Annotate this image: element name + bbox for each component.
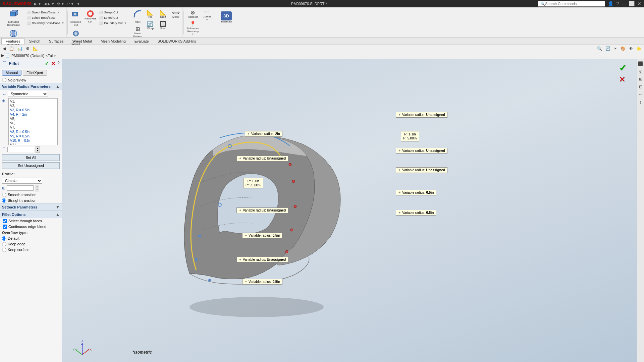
search-input[interactable]: [545, 2, 599, 6]
straight-transition-radio[interactable]: [2, 198, 6, 203]
curves-btn[interactable]: 〰 Curves ▼: [201, 9, 213, 22]
symmetric-dropdown[interactable]: Symmetric: [8, 91, 48, 97]
vertex-V11[interactable]: V11,: [9, 143, 57, 145]
callout-c4[interactable]: ✦ Variable radius: Unassigned: [236, 207, 288, 213]
user-icon[interactable]: 👤: [608, 1, 613, 6]
vertex-V3[interactable]: V3, R = 0.5in: [9, 108, 57, 112]
callout-c2[interactable]: ✦ Variable radius: Unassigned: [236, 156, 288, 161]
extruded-cut-btn[interactable]: ExtrudedCut: [69, 9, 83, 27]
revolved-cut-btn[interactable]: ⭕ RevolvedCut: [83, 9, 97, 24]
boundary-cut-btn[interactable]: ⬜ Boundary Cut ▼: [98, 21, 128, 25]
vertex-V5[interactable]: V5,: [9, 117, 57, 121]
select-through-faces-checkbox[interactable]: [3, 219, 7, 223]
fillet-help-btn[interactable]: ?: [57, 60, 60, 67]
search-bar[interactable]: 🔍: [538, 1, 605, 7]
callout-c6[interactable]: ✦ Variable radius: Unassigned: [236, 257, 288, 262]
set-unassigned-btn[interactable]: Set Unassigned: [2, 162, 60, 169]
vertex-V8[interactable]: V8, R = 0.5in: [9, 130, 57, 134]
viewport-cancel-btn[interactable]: ✕: [619, 75, 627, 84]
rp-btn-2[interactable]: ◱: [637, 68, 644, 75]
radius-down-btn[interactable]: ▼: [36, 149, 40, 152]
radius-up-btn[interactable]: ▲: [36, 147, 40, 149]
callout-c7[interactable]: ✦ Variable radius: 0.5in: [242, 279, 282, 285]
swept-boss-btn[interactable]: ⬜ Swept Boss/Base ▼: [25, 10, 66, 15]
lofted-cut-btn[interactable]: ⬜ Lofted Cut: [98, 15, 128, 20]
fillet-btn[interactable]: Fillet: [131, 9, 144, 24]
mirror-btn[interactable]: ⟺ Mirror: [170, 9, 182, 19]
reference-geometry-btn[interactable]: 📍 ReferenceGeometry ▼: [185, 20, 200, 37]
help-icon[interactable]: ?: [616, 1, 619, 6]
intersect-btn[interactable]: ⊗ Intersect: [185, 9, 200, 19]
vertex-V2[interactable]: V2,: [9, 104, 57, 108]
tab-sketch[interactable]: Sketch: [24, 38, 45, 44]
callout-c5[interactable]: ✦ Variable radius: 0.5in: [242, 233, 282, 238]
viewport-ok-btn[interactable]: ✓: [619, 62, 627, 73]
callout-c11[interactable]: ✦ Variable radius: Unassigned: [396, 167, 447, 173]
draft-btn[interactable]: 📐 Draft: [157, 9, 169, 19]
overflow-keep-edge-radio[interactable]: [2, 242, 6, 246]
config-manager-btn[interactable]: ⚙: [24, 46, 31, 52]
callout-c8[interactable]: ✦ Variable radius: Unassigned: [396, 112, 447, 118]
callout-c10[interactable]: ✦ Variable radius: Unassigned: [396, 148, 447, 154]
rotate-view-btn[interactable]: 🔄: [604, 46, 612, 52]
variable-radius-section-header[interactable]: Variable Radius Parameters ▲: [0, 83, 62, 90]
callout-c3[interactable]: R: 1.1in P: 95.00%: [243, 178, 263, 188]
section-view-btn[interactable]: ✂: [612, 46, 619, 52]
rp-btn-1[interactable]: ⬛: [637, 60, 644, 67]
callout-c12[interactable]: ✦ Variable radius: 0.5in: [396, 190, 436, 195]
vertex-V9[interactable]: V9, R = 0.5in: [9, 134, 57, 138]
profile-num-input[interactable]: 3: [7, 185, 34, 191]
radius-spinner[interactable]: ▲ ▼: [36, 146, 40, 153]
callout-c13[interactable]: ✦ Variable radius: 0.5in: [396, 210, 436, 216]
wrap-btn[interactable]: 🔄 Wrap: [144, 20, 156, 31]
overflow-keep-surface-radio[interactable]: [2, 248, 6, 252]
lofted-boss-btn[interactable]: ⬜ Lofted Boss/Base: [25, 15, 66, 20]
tab-features[interactable]: Features: [1, 38, 24, 44]
vertex-V1[interactable]: V1,: [9, 99, 57, 104]
profile-num-spinner[interactable]: ▲ ▼: [35, 185, 39, 191]
no-preview-radio[interactable]: [2, 78, 6, 82]
continuous-edge-blend-checkbox[interactable]: [3, 225, 7, 229]
rp-btn-5[interactable]: ↔: [637, 91, 644, 98]
radius-input[interactable]: 0.50in: [7, 147, 34, 152]
callout-c1[interactable]: ✦ Variable radius: 2in: [245, 131, 282, 137]
fillet-options-section-header[interactable]: Fillet Options ▲: [0, 211, 62, 218]
vertex-V4[interactable]: V4, R = 2in: [9, 112, 57, 117]
profile-num-down[interactable]: ▼: [35, 188, 39, 191]
instant3d-btn[interactable]: 3D Instant3D: [216, 9, 236, 26]
set-all-btn[interactable]: Set All: [2, 154, 60, 161]
swept-cut-btn[interactable]: ⬜ Swept Cut: [98, 10, 128, 15]
overflow-default-radio[interactable]: [2, 236, 6, 241]
extruded-boss-btn[interactable]: Extruded Boss/Base: [2, 9, 25, 27]
appearance-btn[interactable]: 👁: [628, 46, 634, 52]
maximize-btn[interactable]: ⬜: [629, 1, 635, 6]
rp-btn-3[interactable]: ⊞: [637, 76, 644, 82]
linear-pattern-btn[interactable]: ⊞ LinearPattern: [131, 25, 144, 39]
expand-tree-btn[interactable]: ▶: [1, 53, 4, 58]
dim-expert-btn[interactable]: 📐: [32, 46, 39, 52]
feature-manager-btn[interactable]: 📋: [8, 46, 15, 52]
boundary-boss-btn[interactable]: ⬜ Boundary Boss/Base ▼: [25, 21, 66, 25]
vertex-V10[interactable]: V10, R = 0.5in: [9, 138, 57, 143]
smooth-transition-radio[interactable]: [2, 193, 6, 197]
tab-evaluate[interactable]: Evaluate: [130, 38, 153, 44]
fillet-ok-btn[interactable]: ✓: [45, 60, 49, 67]
minimize-btn[interactable]: —: [622, 1, 626, 6]
vertex-V7[interactable]: V7,: [9, 125, 57, 130]
fillet-tab-manual[interactable]: Manual: [2, 70, 21, 76]
rp-btn-4[interactable]: ⊡: [637, 83, 644, 90]
zoom-fit-btn[interactable]: 🔍: [596, 46, 603, 52]
setback-section-header[interactable]: Setback Parameters ▼: [0, 203, 62, 211]
display-style-btn[interactable]: 🎨: [619, 46, 627, 52]
apply-scene-btn[interactable]: 🌟: [635, 46, 643, 52]
close-btn[interactable]: ✕: [637, 1, 641, 6]
tab-mesh-modeling[interactable]: Mesh Modeling: [96, 38, 130, 44]
rib-btn[interactable]: 📐 Rib: [144, 9, 156, 19]
callout-c9[interactable]: R: 1.1in P: 5.00%: [401, 131, 419, 141]
vertex-V6[interactable]: V6,: [9, 121, 57, 125]
property-manager-btn[interactable]: 📊: [16, 46, 24, 52]
left-panel-toggle[interactable]: ◀: [1, 46, 7, 52]
vertex-list[interactable]: V1, V2, V3, R = 0.5in V4, R = 2in V5, V6…: [8, 98, 58, 145]
tab-surfaces[interactable]: Surfaces: [45, 38, 68, 44]
fillet-tab-filletxpert[interactable]: FilletXpert: [23, 70, 47, 76]
